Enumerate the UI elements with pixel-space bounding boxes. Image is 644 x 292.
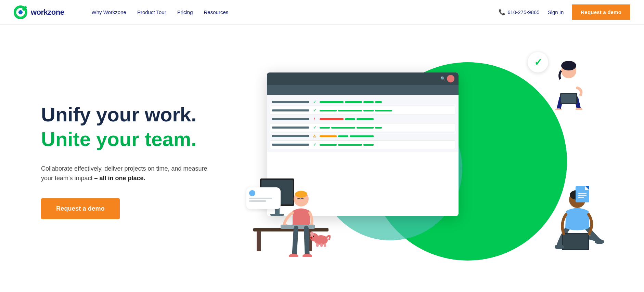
dash-row-label [272,101,309,103]
bubble-line [249,200,266,202]
nav-link-why-workzone[interactable]: Why Workzone [91,9,126,15]
phone-icon: 📞 [499,9,505,15]
dash-row-label [272,135,309,137]
svg-point-28 [313,236,314,237]
svg-rect-38 [578,193,587,194]
svg-rect-39 [578,195,587,196]
dash-bar [345,118,355,120]
dash-toolbar [267,85,459,95]
dash-row: ✓ [270,106,455,115]
dash-search-area: 🔍 [440,75,454,82]
svg-point-1 [18,10,23,14]
person-top-svg [548,55,589,110]
svg-point-27 [310,237,312,239]
dash-bar [350,135,374,137]
dash-bar [375,110,392,111]
dash-bar [363,110,374,111]
dash-row: ! [270,115,455,123]
svg-rect-7 [561,94,576,103]
hero-cta-button[interactable]: Request a demo [41,198,120,219]
dash-body: ✓ ✓ [267,95,459,152]
svg-point-18 [295,191,307,198]
nav-cta-button[interactable]: Request a demo [572,4,630,20]
nav-link-pricing[interactable]: Pricing [177,9,193,15]
svg-rect-29 [316,243,319,247]
dash-bar [320,127,330,129]
dash-progress-bars [320,110,392,111]
svg-point-23 [302,254,312,257]
logo-icon [14,5,27,19]
dash-progress-bars [320,144,374,146]
dash-progress-bars [320,127,382,129]
svg-rect-40 [578,197,584,198]
dash-bar [375,127,382,129]
dash-row-label [272,144,309,146]
dash-row-label [272,127,309,129]
nav-links: Why Workzone Product Tour Pricing Resour… [78,0,242,25]
dash-bar [338,144,362,146]
phone-number: 📞 610-275-9865 [499,9,539,15]
document-icon [576,186,589,202]
phone-text: 610-275-9865 [507,9,539,15]
bubble-avatar [249,190,255,196]
logo-text: workzone [31,8,64,17]
dash-bar [345,101,362,103]
hero-section: Unify your work. Unite your team. Collab… [0,25,644,292]
dog-figure [308,230,332,247]
dash-user-avatar [447,75,454,82]
chat-bubble-left [246,187,281,209]
svg-rect-13 [270,214,284,216]
hero-illustration: ✓ 🔍 ✓ [240,45,617,278]
svg-rect-15 [257,231,261,251]
nav-link-product-tour[interactable]: Product Tour [137,9,166,15]
hero-subtitle-bold: – all in one place. [94,175,145,182]
dash-search-icon: 🔍 [440,76,446,81]
dash-bar [375,101,382,103]
dash-status-check: ✓ [312,108,317,113]
dash-bar [320,110,337,111]
dash-header: 🔍 [267,72,459,85]
logo[interactable]: workzone [14,5,64,19]
nav-link-resources[interactable]: Resources [204,9,229,15]
svg-rect-31 [324,243,326,247]
dash-row: ✓ [270,98,455,106]
dash-bar [363,101,374,103]
person-top-figure [548,55,589,110]
dash-status-check: ✓ [312,99,317,104]
svg-rect-30 [320,243,323,247]
nav-right: 📞 610-275-9865 Sign In Request a demo [499,4,630,20]
dash-row: ⚠ [270,132,455,141]
check-icon: ✓ [534,57,542,68]
dash-bar [331,127,355,129]
dash-bar [338,110,362,111]
dash-bar [320,144,337,146]
hero-content: Unify your work. Unite your team. Collab… [41,104,226,219]
dash-row-label [272,118,309,120]
dog-svg [308,230,332,247]
dash-bar-red [320,118,344,120]
nav-left: workzone Why Workzone Product Tour Prici… [14,0,242,25]
svg-point-2 [22,8,25,10]
bubble-line [249,198,272,199]
navigation: workzone Why Workzone Product Tour Prici… [0,0,644,25]
hero-subtitle: Collaborate effectively, deliver project… [41,164,212,184]
dash-progress-bars [320,135,374,137]
hero-title-line1: Unify your work. [41,104,226,125]
logo-svg [15,6,26,19]
svg-point-22 [289,254,298,257]
dash-bar [320,101,344,103]
dash-bar [357,127,374,129]
dash-progress-bars [320,118,374,120]
sign-in-link[interactable]: Sign In [548,9,564,15]
dash-progress-bars [320,101,382,103]
dash-status-check: ✓ [312,125,317,130]
dash-status-warn: ⚠ [312,134,317,138]
dash-status-check: ✓ [312,142,317,147]
dash-bar [338,135,348,137]
svg-point-37 [595,239,604,244]
dash-row: ✓ [270,141,455,149]
dash-row: ✓ [270,123,455,132]
dash-bar-warn [320,135,337,137]
svg-rect-35 [563,234,588,249]
dash-status-danger: ! [312,117,317,121]
